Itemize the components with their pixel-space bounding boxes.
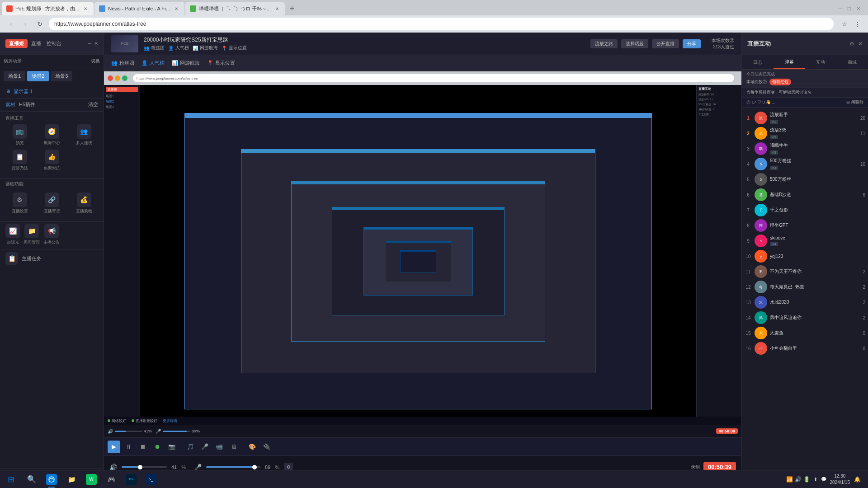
tab-poe-planner[interactable]: PoE 规划师 · 方流放者，由... ✕ <box>2 2 94 15</box>
search-button[interactable]: 🔍 <box>22 470 42 488</box>
taskbar-app-files[interactable]: 📁 <box>61 470 81 488</box>
bookmark-btn[interactable]: ☆ <box>839 19 850 29</box>
bt-filter[interactable]: 🎨 <box>246 441 259 453</box>
lb-info-3: 哦哦牛牛 V3 <box>770 142 863 155</box>
scene-btn-3[interactable]: 场景3 <box>51 71 72 81</box>
subnav-popular[interactable]: 👤 人气榜 <box>142 60 165 66</box>
action-public[interactable]: 公开直播 <box>652 39 679 48</box>
share-button[interactable]: 分享 <box>683 39 701 48</box>
notification-btn[interactable]: 🔔 <box>852 470 863 488</box>
tag-fans[interactable]: 👥 粉丝团 <box>144 45 165 51</box>
announce-item[interactable]: 📢 主播公告 <box>43 224 60 245</box>
tab-interact[interactable]: 互动 <box>805 55 837 69</box>
room-manage-item[interactable]: 📁 房间管理 <box>24 224 40 245</box>
tab-barrage[interactable]: 弹幕 <box>774 55 805 69</box>
action-exile[interactable]: 流放之路 <box>590 39 618 48</box>
url-input[interactable] <box>49 18 834 30</box>
pause-record-btn[interactable]: 录制 <box>691 464 700 470</box>
tool-settings[interactable]: ⚙ 直播设置 <box>5 192 34 214</box>
bt-play[interactable]: ▶ <box>108 441 120 453</box>
new-tab-button[interactable]: + <box>286 2 298 15</box>
forward-button[interactable]: › <box>20 19 31 29</box>
bt-record-start[interactable]: ⏺ <box>151 441 164 453</box>
tag-location[interactable]: 📍 显示位置 <box>222 45 247 51</box>
toggle-btn[interactable]: 切换 <box>91 58 100 64</box>
sound-tray-icon[interactable]: 🔊 <box>795 476 802 483</box>
tool-preview[interactable]: 📺 预览 <box>5 124 34 146</box>
dot-red <box>108 75 113 81</box>
volume-pct: 41 <box>171 465 177 470</box>
taskbar-app-game[interactable]: 🎮 <box>101 470 121 488</box>
lb-info-10: yqj123 <box>770 254 863 259</box>
chat-action-1[interactable]: ⚙ <box>849 41 854 47</box>
tool-shopping[interactable]: 💰 直播购物 <box>70 192 98 214</box>
taskbar-app-terminal[interactable]: >_ <box>141 470 161 488</box>
tab-shop[interactable]: 商城 <box>836 55 868 69</box>
network-tray-icon[interactable]: 📶 <box>786 476 793 483</box>
ps-icon: Ps <box>126 474 137 485</box>
battery-tray-icon[interactable]: 🔋 <box>803 476 810 483</box>
shopping-icon: 💰 <box>77 192 91 207</box>
bt-pause[interactable]: ⏸ <box>122 441 135 453</box>
taskbar-clock[interactable]: 12:30 2024/1/15 <box>830 473 850 486</box>
tool-navigate[interactable]: 🧭 航海中心 <box>38 124 66 146</box>
tray-icon-1[interactable]: ⬆ <box>814 477 817 482</box>
subnav-travel[interactable]: 📊 网游航海 <box>172 60 200 66</box>
scene-btn-1[interactable]: 场景1 <box>4 71 25 81</box>
tab-close-bili[interactable]: ✕ <box>274 5 281 12</box>
clear-btn[interactable]: 清空 <box>88 101 98 108</box>
mic-handle[interactable] <box>252 465 257 469</box>
minimize-btn[interactable]: ─ <box>836 4 844 14</box>
subnav-fans[interactable]: 👥 粉丝团 <box>111 60 134 66</box>
tray-icon-2[interactable]: 💬 <box>821 477 826 482</box>
h5-btn[interactable]: H5插件 <box>19 101 35 108</box>
panel-close[interactable]: ✕ <box>94 41 98 47</box>
chat-action-2[interactable]: ✕ <box>858 41 863 47</box>
taskbar-app-edge[interactable] <box>42 470 61 488</box>
bt-plugin[interactable]: 🔌 <box>260 441 273 453</box>
boost-item[interactable]: 📈 加观光 <box>5 224 20 245</box>
room-icon: 📁 <box>24 224 39 238</box>
extensions-btn[interactable]: ⋮ <box>852 19 863 29</box>
taskbar-app-ps[interactable]: Ps <box>121 470 141 488</box>
lb-row-6: 6 基 基础D沙道 6 <box>745 187 865 202</box>
bt-screenshot[interactable]: 📷 <box>165 441 178 453</box>
taskbar-app-wechat[interactable]: W <box>81 470 101 488</box>
lb-name-11: 不为天王不疼你 <box>770 268 860 275</box>
panel-minimize[interactable]: ─ <box>88 41 91 47</box>
task-section[interactable]: 📋 主播任务 <box>0 249 104 267</box>
action-topic[interactable]: 选择话题 <box>621 39 648 48</box>
tab-close-news[interactable]: ✕ <box>173 5 180 12</box>
scene-item-1[interactable]: 🖥 显示器 1 <box>5 87 98 96</box>
bt-stop[interactable]: ⏹ <box>137 441 149 453</box>
scene-btn-2[interactable]: 场景2 <box>27 71 49 81</box>
layer-1 <box>184 113 651 409</box>
tab-close-poe[interactable]: ✕ <box>82 5 89 12</box>
bt-mic-btn[interactable]: 🎤 <box>198 441 211 453</box>
start-button[interactable]: ⊞ <box>0 470 22 488</box>
bt-screen[interactable]: 🖥 <box>227 441 240 453</box>
tool-gather[interactable]: 👍 集聚对抗 <box>38 150 66 171</box>
lb-avatar-10: y <box>755 250 767 263</box>
volume-track[interactable] <box>122 466 167 468</box>
red-packet-btn[interactable]: 领取红包 <box>769 79 791 85</box>
refresh-button[interactable]: ↻ <box>34 19 45 29</box>
tool-multiconnect[interactable]: 👥 多人连线 <box>70 124 98 146</box>
bt-camera[interactable]: 📹 <box>213 441 226 453</box>
close-btn[interactable]: ✕ <box>854 4 863 14</box>
tab-news[interactable]: News - Path of Exile - A Fr... ✕ <box>94 2 184 15</box>
subnav-position[interactable]: 📍 显示位置 <box>207 60 235 66</box>
bt-music[interactable]: 🎵 <box>184 441 197 453</box>
tag-nav[interactable]: 📊 网游航海 <box>193 45 218 51</box>
tab-bilibili[interactable]: 哔哩哔哩（゜-゜）つロ 千杯～... ✕ <box>185 2 285 15</box>
tab-log[interactable]: 日志 <box>742 55 774 69</box>
tag-popular[interactable]: 👤 人气榜 <box>168 45 189 51</box>
back-button[interactable]: ‹ <box>5 19 16 29</box>
source-btn[interactable]: 素材 <box>5 101 15 108</box>
tool-project[interactable]: 📋 投屏乃法 <box>5 150 34 171</box>
maximize-btn[interactable]: □ <box>846 4 853 14</box>
volume-handle[interactable] <box>138 465 142 469</box>
inner-more-detail[interactable]: 更多详情 <box>163 418 177 423</box>
mic-track[interactable] <box>206 466 260 468</box>
tool-goods[interactable]: 🔗 直播背货 <box>38 192 66 214</box>
